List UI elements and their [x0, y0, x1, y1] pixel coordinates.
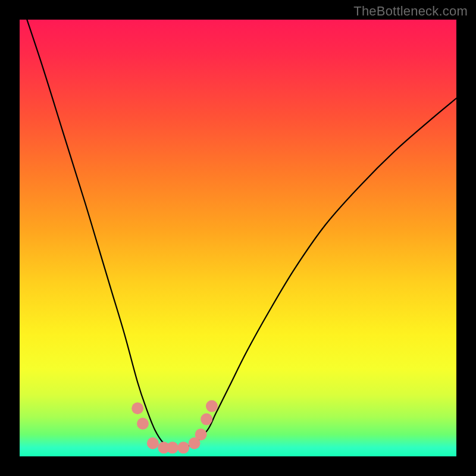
valley-dot [167, 441, 178, 453]
valley-dot [147, 437, 159, 449]
valley-dot [177, 441, 189, 453]
valley-dot [137, 418, 149, 430]
curve-layer [20, 20, 456, 456]
valley-dot [201, 414, 212, 425]
valley-dot [131, 402, 143, 414]
valley-dot [206, 400, 218, 412]
watermark-label: TheBottleneck.com [353, 4, 468, 19]
chart-frame: TheBottleneck.com [0, 0, 476, 476]
valley-markers [131, 400, 218, 454]
plot-area [20, 20, 456, 456]
valley-dot [195, 428, 207, 440]
bottleneck-curve [20, 0, 456, 448]
